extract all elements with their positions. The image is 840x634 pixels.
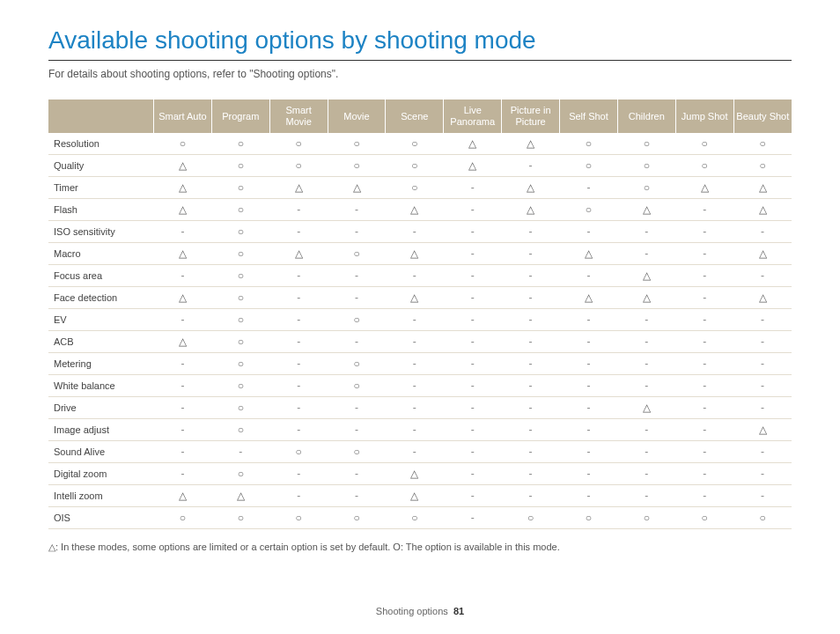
- cell: [733, 177, 792, 199]
- dash-icon: [586, 468, 590, 480]
- triangle-icon: [179, 291, 187, 304]
- cell: [617, 177, 675, 199]
- table-row: Image adjust: [48, 419, 792, 441]
- triangle-icon: [410, 468, 418, 480]
- cell: [675, 419, 733, 441]
- dash-icon: [761, 225, 764, 238]
- circle-icon: [644, 181, 650, 194]
- dash-icon: [586, 380, 590, 392]
- row-label: OIS: [48, 507, 154, 529]
- cell: [675, 463, 733, 485]
- cell: [269, 177, 328, 199]
- cell: [386, 375, 444, 397]
- cell: [675, 265, 733, 287]
- circle-icon: [353, 512, 359, 524]
- dash-icon: [529, 313, 533, 326]
- cell: [154, 265, 212, 287]
- dash-icon: [297, 335, 300, 348]
- cell: [211, 463, 269, 485]
- cell: [269, 485, 328, 507]
- dash-icon: [181, 225, 184, 238]
- dash-icon: [413, 269, 416, 282]
- circle-icon: [586, 203, 592, 216]
- cell: [617, 265, 675, 287]
- cell: [560, 265, 618, 287]
- dash-icon: [529, 159, 533, 172]
- dash-icon: [413, 424, 416, 436]
- cell: [269, 309, 328, 331]
- cell: [502, 353, 560, 375]
- dash-icon: [645, 446, 648, 458]
- cell: [154, 397, 212, 419]
- dash-icon: [529, 402, 533, 414]
- circle-icon: [759, 159, 765, 172]
- circle-icon: [238, 358, 244, 370]
- cell: [560, 199, 618, 221]
- dash-icon: [586, 269, 590, 282]
- dash-icon: [761, 468, 764, 480]
- row-label: EV: [48, 309, 154, 331]
- dash-icon: [645, 490, 648, 502]
- table-row: OIS: [48, 507, 792, 529]
- cell: [733, 309, 792, 331]
- dash-icon: [471, 225, 475, 238]
- cell: [617, 133, 675, 155]
- cell: [675, 243, 733, 265]
- cell: [502, 199, 560, 221]
- row-label: Face detection: [48, 287, 154, 309]
- circle-icon: [238, 512, 244, 524]
- cell: [269, 155, 328, 177]
- cell: [444, 463, 502, 485]
- cell: [675, 133, 733, 155]
- cell: [444, 199, 502, 221]
- cell: [560, 441, 618, 463]
- cell: [211, 441, 269, 463]
- dash-icon: [645, 247, 648, 260]
- table-row: Intelli zoom: [48, 485, 792, 507]
- dash-icon: [586, 181, 590, 194]
- dash-icon: [703, 291, 706, 304]
- cell: [154, 331, 212, 353]
- cell: [444, 353, 502, 375]
- cell: [386, 463, 444, 485]
- cell: [617, 309, 675, 331]
- cell: [502, 309, 560, 331]
- dash-icon: [413, 358, 416, 370]
- triangle-icon: [410, 203, 418, 216]
- col-header: Scene: [386, 100, 444, 133]
- dash-icon: [529, 247, 533, 260]
- circle-icon: [296, 159, 302, 172]
- cell: [733, 507, 792, 529]
- circle-icon: [238, 247, 244, 260]
- cell: [154, 419, 212, 441]
- table-row: Sound Alive: [48, 441, 792, 463]
- cell: [733, 353, 792, 375]
- table-row: Drive: [48, 397, 792, 419]
- cell: [386, 133, 444, 155]
- cell: [502, 155, 560, 177]
- cell: [617, 419, 675, 441]
- footer-section: Shooting options: [376, 606, 448, 616]
- cell: [386, 485, 444, 507]
- cell: [386, 265, 444, 287]
- circle-icon: [238, 159, 244, 172]
- cell: [444, 507, 502, 529]
- dash-icon: [471, 468, 475, 480]
- cell: [211, 375, 269, 397]
- circle-icon: [644, 159, 650, 172]
- dash-icon: [413, 225, 416, 238]
- table-row: Macro: [48, 243, 792, 265]
- cell: [211, 507, 269, 529]
- triangle-icon: [759, 424, 767, 436]
- row-label: Metering: [48, 353, 154, 375]
- cell: [269, 265, 328, 287]
- cell: [560, 243, 618, 265]
- circle-icon: [296, 512, 302, 524]
- triangle-icon: [759, 291, 767, 304]
- circle-icon: [586, 512, 592, 524]
- dash-icon: [529, 291, 533, 304]
- dash-icon: [529, 358, 533, 370]
- cell: [386, 287, 444, 309]
- dash-icon: [703, 446, 706, 458]
- triangle-icon: [643, 269, 651, 282]
